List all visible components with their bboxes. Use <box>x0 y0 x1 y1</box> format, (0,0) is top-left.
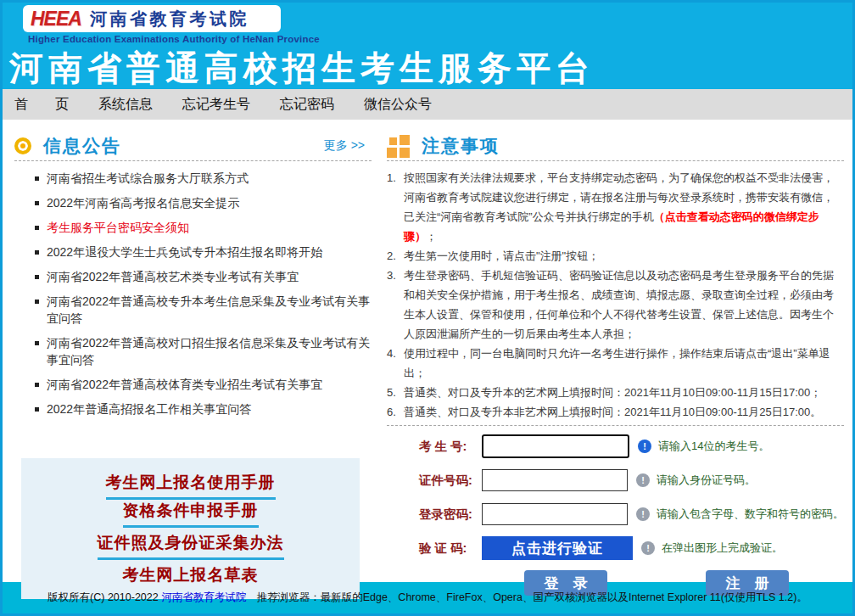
note-text: 普通类、对口及专升本非艺术网上填报时间：2021年11月10日09:00-11月… <box>404 402 842 422</box>
note-number: 4. <box>387 344 404 383</box>
announcement-text: 2022年普通高招报名工作相关事宜问答 <box>47 400 251 417</box>
announcement-link[interactable]: 河南省招生考试综合服务大厅联系方式 <box>35 170 372 187</box>
announcement-text: 考生服务平台密码安全须知 <box>47 219 189 236</box>
bullet-icon <box>35 226 39 230</box>
nav-item-wechat-account[interactable]: 微信公众号 <box>364 96 432 114</box>
org-footer-link[interactable]: 河南省教育考试院 <box>161 591 246 605</box>
announcement-text: 河南省招生考试综合服务大厅联系方式 <box>47 170 249 187</box>
announcement-link-highlighted[interactable]: 考生服务平台密码安全须知 <box>35 219 372 236</box>
password-hint: 请输入包含字母、数字和符号的密码。 <box>657 507 844 522</box>
manual-link-draft-form[interactable]: 考生网上报名草表 <box>123 564 259 586</box>
main-content: 信息公告 更多 >> 河南省招生考试综合服务大厅联系方式 2022年河南省高考报… <box>3 120 852 582</box>
note-number: 3. <box>387 266 404 344</box>
candidate-id-hint: 请输入14位的考生号。 <box>658 439 769 454</box>
captcha-verify-button[interactable]: 点击进行验证 <box>482 536 633 560</box>
note-number: 6. <box>387 402 404 422</box>
captcha-row: 验 证 码: 点击进行验证 ! 在弹出图形上完成验证。 <box>419 536 844 560</box>
announcement-link[interactable]: 2022年普通高招报名工作相关事宜问答 <box>35 400 372 417</box>
info-icon: ! <box>636 507 650 521</box>
manuals-box: 考生网上报名使用手册 资格条件申报手册 证件照及身份证采集办法 考生网上报名草表 <box>21 458 360 599</box>
announcements-panel: 信息公告 更多 >> 河南省招生考试综合服务大厅联系方式 2022年河南省高考报… <box>3 120 377 582</box>
announcement-text: 河南省2022年普通高校艺术类专业考试有关事宜 <box>47 268 299 285</box>
note-text-part: ； <box>426 230 437 243</box>
id-number-label: 证件号码: <box>419 473 477 489</box>
bullet-icon <box>35 407 39 412</box>
org-name-english: Higher Education Examinations Authority … <box>28 34 320 44</box>
manual-line: 证件照及身份证采集办法 <box>26 532 355 560</box>
site-title: 河南省普通高校招生考生服务平台 <box>9 45 595 92</box>
note-number: 5. <box>387 383 404 402</box>
manual-link-photo-id-collection[interactable]: 证件照及身份证采集办法 <box>98 532 284 560</box>
bullet-icon <box>35 201 39 205</box>
captcha-hint: 在弹出图形上完成验证。 <box>662 540 783 556</box>
notes-list: 1. 按照国家有关法律法规要求，平台支持绑定动态密码，为了确保您的权益不受非法侵… <box>387 168 844 422</box>
announcement-list: 河南省招生考试综合服务大厅联系方式 2022年河南省高考报名信息安全提示 考生服… <box>14 170 372 417</box>
bullet-icon <box>35 341 39 345</box>
note-item: 1. 按照国家有关法律法规要求，平台支持绑定动态密码，为了确保您的权益不受非法侵… <box>387 168 842 246</box>
notes-squares-icon <box>387 135 410 158</box>
site-header: HEEA 河南省教育考试院 Higher Education Examinati… <box>3 3 852 89</box>
note-item: 4. 使用过程中，同一台电脑同时只允许一名考生进行操作，操作结束后请点击“退出”… <box>387 344 842 383</box>
note-text: 使用过程中，同一台电脑同时只允许一名考生进行操作，操作结束后请点击“退出”菜单退… <box>404 344 842 383</box>
bullet-icon <box>35 300 39 304</box>
note-item: 2. 考生第一次使用时，请点击"注册"按钮； <box>387 246 842 266</box>
note-text: 普通类、对口及专升本的艺术网上填报时间：2021年11月10日09:00-11月… <box>404 383 842 402</box>
info-icon: ! <box>638 440 651 453</box>
nav-item-home[interactable]: 首 页 <box>14 96 69 114</box>
announcement-link[interactable]: 河南省2022年普通高校艺术类专业考试有关事宜 <box>35 268 372 285</box>
note-item: 5. 普通类、对口及专升本的艺术网上填报时间：2021年11月10日09:00-… <box>387 383 842 402</box>
note-item: 6. 普通类、对口及专升本非艺术网上填报时间：2021年11月10日09:00-… <box>387 402 842 422</box>
candidate-id-label: 考 生 号: <box>419 439 477 455</box>
info-icon: ! <box>636 473 650 487</box>
manual-line: 考生网上报名使用手册 资格条件申报手册 <box>26 472 355 528</box>
main-nav: 首 页 系统信息 忘记考生号 忘记密码 微信公众号 <box>3 89 852 120</box>
nav-item-forgot-candidate-id[interactable]: 忘记考生号 <box>182 96 250 114</box>
announcement-link[interactable]: 2022年退役大学生士兵免试专升本招生报名即将开始 <box>35 244 372 260</box>
nav-item-system-info[interactable]: 系统信息 <box>98 96 153 114</box>
heea-logo-icon: HEEA <box>31 8 81 31</box>
notes-panel: 注意事项 1. 按照国家有关法律法规要求，平台支持绑定动态密码，为了确保您的权益… <box>377 120 852 582</box>
announcement-text: 河南省2022年普通高校专升本考生信息采集及专业考试有关事宜问答 <box>47 293 372 327</box>
note-number: 1. <box>387 168 404 246</box>
candidate-id-row: 考 生 号: ! 请输入14位的考生号。 <box>419 434 844 458</box>
note-number: 2. <box>387 246 404 266</box>
notes-title: 注意事项 <box>422 134 500 158</box>
manual-link-qualification-handbook[interactable]: 资格条件申报手册 <box>123 500 259 528</box>
announcement-link[interactable]: 2022年河南省高考报名信息安全提示 <box>35 194 372 211</box>
bulletin-circle-icon <box>14 137 31 154</box>
bullet-icon <box>35 275 39 279</box>
notes-header: 注意事项 <box>387 132 844 160</box>
announcements-header: 信息公告 更多 >> <box>14 132 372 160</box>
browser-recommendation: 推荐浏览器：最新版的Edge、Chrome、FireFox、Opera、国产双核… <box>246 591 808 605</box>
announcement-link[interactable]: 河南省2022年普通高校对口招生报名信息采集及专业考试有关事宜问答 <box>35 334 372 368</box>
note-text: 考生第一次使用时，请点击"注册"按钮； <box>404 246 842 266</box>
announcement-link[interactable]: 河南省2022年普通高校体育类专业招生考试有关事宜 <box>35 376 372 393</box>
nav-item-forgot-password[interactable]: 忘记密码 <box>280 96 334 114</box>
org-name: 河南省教育考试院 <box>90 8 249 31</box>
manual-link-registration-handbook[interactable]: 考生网上报名使用手册 <box>106 472 276 500</box>
divider <box>387 425 844 426</box>
announcement-text: 2022年河南省高考报名信息安全提示 <box>47 194 239 211</box>
password-row: 登录密码: ! 请输入包含字母、数字和符号的密码。 <box>419 502 844 526</box>
id-number-input[interactable] <box>482 469 628 491</box>
id-number-hint: 请输入身份证号码。 <box>657 473 756 488</box>
bullet-icon <box>35 176 39 181</box>
announcements-title: 信息公告 <box>43 134 121 158</box>
announcement-link[interactable]: 河南省2022年普通高校专升本考生信息采集及专业考试有关事宜问答 <box>35 293 372 327</box>
bullet-icon <box>35 250 39 255</box>
announcement-text: 河南省2022年普通高校对口招生报名信息采集及专业考试有关事宜问答 <box>47 334 372 368</box>
announcement-text: 河南省2022年普通高校体育类专业招生考试有关事宜 <box>47 376 322 393</box>
candidate-id-input[interactable] <box>482 434 629 458</box>
page: HEEA 河南省教育考试院 Higher Education Examinati… <box>0 0 855 616</box>
more-link[interactable]: 更多 >> <box>324 138 365 154</box>
announcement-text: 2022年退役大学生士兵免试专升本招生报名即将开始 <box>47 244 322 260</box>
copyright-text: 版权所有(C) 2010-2022 <box>48 591 161 605</box>
divider <box>387 160 844 161</box>
bullet-icon <box>35 383 39 387</box>
password-input[interactable] <box>482 503 628 525</box>
info-icon: ! <box>641 541 655 555</box>
org-logo: HEEA 河南省教育考试院 <box>23 5 281 32</box>
note-text: 考生登录密码、手机短信验证码、密码验证信息以及动态密码是考生登录服务平台的凭据和… <box>404 266 842 344</box>
note-item: 3. 考生登录密码、手机短信验证码、密码验证信息以及动态密码是考生登录服务平台的… <box>387 266 842 344</box>
id-number-row: 证件号码: ! 请输入身份证号码。 <box>419 468 844 492</box>
